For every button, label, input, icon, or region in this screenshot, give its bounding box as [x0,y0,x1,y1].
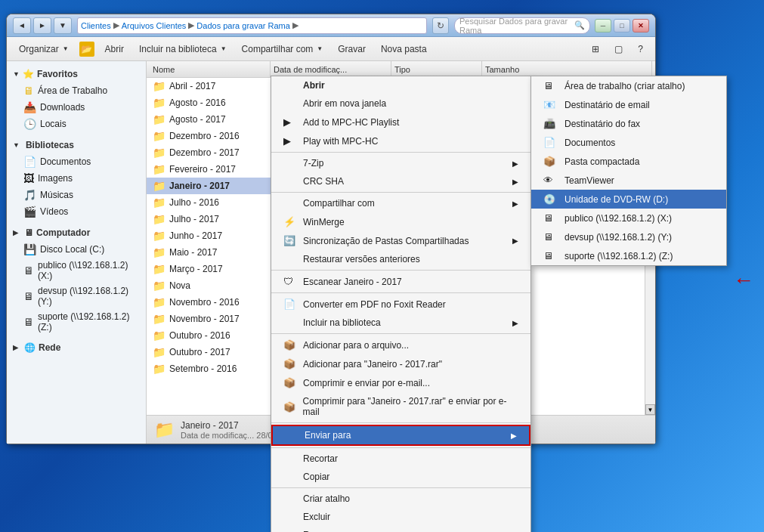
network-section[interactable]: ▶ 🌐 Rede [7,339,146,356]
sidebar-item-images[interactable]: 🖼 Imagens [7,170,146,187]
menu-item-label: Recortar [303,453,338,464]
new-folder-button[interactable]: Nova pasta [375,41,433,57]
menu-item-7zip[interactable]: 7-Zip ▶ [271,154,530,172]
submenu-arrow: ▶ [512,319,518,327]
menu-item-renomear[interactable]: Renomear [271,526,530,532]
menu-item-winmerge[interactable]: ⚡ WinMerge [271,212,530,231]
back-button[interactable]: ◄ [13,17,31,34]
menu-item-label: 7-Zip [303,158,323,169]
menu-item-comprimir-email[interactable]: 📦 Comprimir e enviar por e-mail... [271,373,530,392]
submenu-item-area-trabalho[interactable]: 🖥 Área de trabalho (criar atalho) [531,76,726,95]
disk-icon: 💾 [23,243,36,255]
maximize-button[interactable]: □ [614,19,630,32]
menu-item-enviar[interactable]: Enviar para ▶ [271,425,530,446]
minimize-button[interactable]: ─ [595,19,611,32]
breadcrumb-item[interactable]: Dados para gravar Rama [196,21,290,30]
organize-button[interactable]: Organizar ▼ [13,41,75,57]
search-bar[interactable]: Pesquisar Dados para gravar Rama 🔍 [454,17,590,34]
sidebar: ▼ ⭐ Favoritos 🖥 Área de Trabalho 📥 Downl… [7,61,147,444]
breadcrumb-item[interactable]: Arquivos Clientes [122,21,187,30]
menu-item-label: Sincronização de Pastas Compartilhadas [303,236,469,246]
sidebar-item-documents[interactable]: 📄 Documentos [7,153,146,170]
submenu-item-icon: 📠 [543,118,560,129]
music-icon: 🎵 [23,189,36,201]
menu-item-comprimir-rar-email[interactable]: 📦 Comprimir para "Janeiro - 2017.rar" e … [271,392,530,421]
folder-icon: 📁 [153,97,165,109]
view-button[interactable]: ⊞ [586,41,605,57]
sidebar-item-devsup[interactable]: 🖥 devsup (\\192.168.1.2) (Y:) [7,283,146,309]
sidebar-item-downloads[interactable]: 📥 Downloads [7,99,146,116]
breadcrumb[interactable]: Clientes ▶ Arquivos Clientes ▶ Dados par… [77,17,427,34]
open-button[interactable]: Abrir [99,41,130,57]
submenu-item-documentos[interactable]: 📄 Documentos [531,133,726,152]
sidebar-item-videos[interactable]: 🎬 Vídeos [7,203,146,220]
folder-icon: 📁 [153,80,165,92]
sidebar-item-recent[interactable]: 🕒 Locais [7,116,146,132]
menu-item-sinc[interactable]: 🔄 Sincronização de Pastas Compartilhadas… [271,231,530,250]
close-button[interactable]: ✕ [633,19,649,32]
breadcrumb-item[interactable]: Clientes [81,21,111,30]
submenu-item-suporte[interactable]: 🖥 suporte (\\192.168.1.2) (Z:) [531,246,726,265]
computer-section[interactable]: ▶ 🖥 Computador [7,224,146,241]
submenu-item-dvd[interactable]: 💿 Unidade de DVD-RW (D:) [531,190,726,209]
col-size-header[interactable]: Tamanho [482,61,652,77]
libraries-section[interactable]: ▼ Bibliotecas [7,137,146,153]
menu-item-scan[interactable]: 🛡 Escanear Janeiro - 2017 [271,272,530,291]
scroll-down-button[interactable]: ▼ [645,404,655,415]
help-button[interactable]: ? [632,41,649,57]
dropdown-button[interactable]: ▼ [54,17,72,34]
menu-item-mpc-add[interactable]: ▶ Add to MPC-HC Playlist [271,113,530,131]
sidebar-item-suporte[interactable]: 🖥 suporte (\\192.168.1.2) (Z:) [7,309,146,335]
menu-item-crc[interactable]: CRC SHA ▶ [271,172,530,190]
submenu-item-publico[interactable]: 🖥 publico (\\192.168.1.2) (X:) [531,209,726,227]
file-name: Outubro - 2016 [169,330,286,341]
col-type-header[interactable]: Tipo [391,61,482,77]
menu-item-copiar[interactable]: Copiar [271,468,530,486]
col-date-header[interactable]: Data de modificaç... [271,61,391,77]
forward-button[interactable]: ► [33,17,51,34]
menu-item-label: Adicionar para "Janeiro - 2017.rar" [303,359,442,370]
submenu-item-dest-email[interactable]: 📧 Destinatário de email [531,95,726,114]
menu-item-abrir[interactable]: Abrir [271,76,530,94]
menu-item-adicionar-rar[interactable]: 📦 Adicionar para "Janeiro - 2017.rar" [271,354,530,373]
file-name: Novembro - 2017 [169,314,286,324]
sidebar-item-music[interactable]: 🎵 Músicas [7,187,146,203]
share-button[interactable]: Compartilhar com ▼ [236,41,329,57]
submenu-arrow: ▶ [512,237,518,245]
submenu-item-icon: 🖥 [543,250,560,261]
submenu-item-label: TeamViewer [564,175,614,186]
menu-item-recortar[interactable]: Recortar [271,450,530,468]
sidebar-item-publico[interactable]: 🖥 publico (\\192.168.1.2) (X:) [7,258,146,283]
menu-item-icon: 📦 [283,377,298,388]
menu-item-excluir[interactable]: Excluir [271,508,530,526]
menu-item-abrir-nova[interactable]: Abrir em nova janela [271,94,530,113]
preview-button[interactable]: ▢ [608,41,629,57]
sidebar-item-local-disk[interactable]: 💾 Disco Local (C:) [7,241,146,258]
menu-item-adicionar[interactable]: 📦 Adicionar para o arquivo... [271,336,530,354]
burn-button[interactable]: Gravar [332,41,372,57]
menu-item-incluir[interactable]: Incluir na biblioteca ▶ [271,314,530,332]
submenu-item-devsup[interactable]: 🖥 devsup (\\192.168.1.2) (Y:) [531,227,726,246]
submenu-item-pasta-compactada[interactable]: 📦 Pasta compactada [531,152,726,171]
submenu-item-dest-fax[interactable]: 📠 Destinatário do fax [531,114,726,133]
refresh-button[interactable]: ↻ [432,17,449,34]
col-name-header[interactable]: Nome [150,61,271,77]
menu-item-restaurar[interactable]: Restaurar versões anteriores [271,250,530,268]
file-name: Outubro - 2017 [169,347,286,357]
sidebar-item-desktop[interactable]: 🖥 Área de Trabalho [7,82,146,99]
folder-icon: 📁 [153,263,165,275]
menu-item-label: Abrir em nova janela [303,98,386,109]
favorites-section[interactable]: ▼ ⭐ Favoritos [7,66,146,82]
menu-item-compartilhar[interactable]: Compartilhar com ▶ [271,194,530,212]
open-icon: 📂 [79,42,94,57]
submenu-item-label: Destinatário do fax [564,119,640,129]
menu-item-mpc-play[interactable]: ▶ Play with MPC-HC [271,131,530,150]
menu-item-pdf[interactable]: 📄 Converter em PDF no Foxit Reader [271,295,530,314]
library-button[interactable]: Incluir na biblioteca ▼ [133,41,233,57]
menu-item-label: Copiar [303,472,329,482]
menu-item-atalho[interactable]: Criar atalho [271,490,530,508]
submenu-item-teamviewer[interactable]: 👁 TeamViewer [531,171,726,190]
menu-separator [271,270,530,271]
menu-item-label: Escanear Janeiro - 2017 [303,277,402,287]
menu-item-icon: 🛡 [283,276,298,287]
